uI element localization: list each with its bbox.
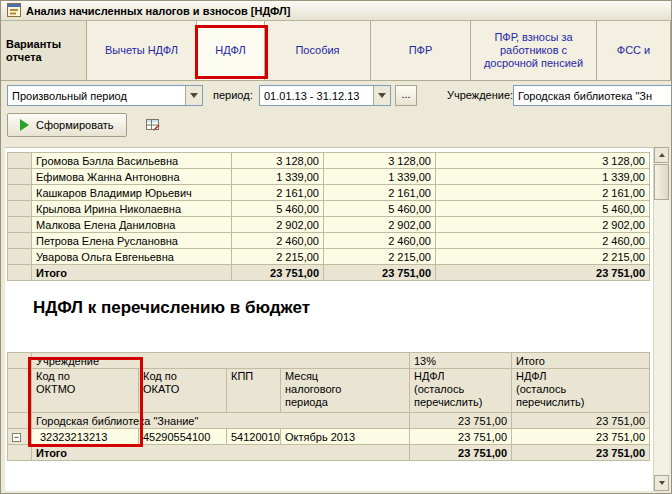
employee-name-cell: Петрова Елена Руслановна [32,233,232,249]
kpp-code-cell: 541200101 [227,429,281,445]
amount-cell: 5 460,00 [232,201,324,217]
column-header-month: Месяц налогового периода [281,369,410,413]
tax-month-cell: Октябрь 2013 [281,429,410,445]
total-label-cell: Итого [32,265,232,281]
total-amount-cell: 23 751,00 [410,445,512,461]
employee-row: Громова Бэлла Васильевна 3 128,00 3 128,… [8,153,650,169]
amount-cell: 2 161,00 [324,185,436,201]
filter-row: Произвольный период период: 01.01.13 - 3… [1,85,671,107]
column-header-okato: Код по ОКАТО [139,369,227,413]
institution-input[interactable]: Городская библиотека "Зн [513,85,672,106]
amount-cell: 23 751,00 [410,413,512,429]
period-mode-select[interactable]: Произвольный период [7,85,203,106]
amount-cell: 2 902,00 [436,217,650,233]
report-spreadsheet: Громова Бэлла Васильевна 3 128,00 3 128,… [5,147,653,491]
institution-group-row: Городская библиотека "Знание" 23 751,00 … [8,413,650,429]
column-header-ndfl-total: НДФЛ (осталось перечислить) [512,369,650,413]
collapse-group-icon[interactable]: − [12,433,21,442]
amount-cell: 2 161,00 [232,185,324,201]
amount-cell: 3 128,00 [232,153,324,169]
report-window: Анализ начисленных налогов и взносов [НД… [0,0,672,494]
row-gutter [8,169,32,185]
column-header-oktmo: Код по ОКТМО [32,369,139,413]
amount-cell: 1 339,00 [232,169,324,185]
employee-name-cell: Уварова Ольга Евгеньевна [32,249,232,265]
report-settings-button[interactable] [143,116,163,136]
tab-pfr[interactable]: ПФР [371,21,471,80]
institution-label: Учреждение: [447,89,513,101]
amount-cell: 1 339,00 [324,169,436,185]
column-header-kpp: КПП [227,369,281,413]
employee-name-cell: Кашкаров Владимир Юрьевич [32,185,232,201]
percent-header-cell: 13% [410,353,512,369]
report-variant-tabs: Варианты отчета Вычеты НДФЛ НДФЛ Пособия… [1,21,671,81]
amount-cell: 2 460,00 [436,233,650,249]
employee-name-cell: Громова Бэлла Васильевна [32,153,232,169]
amount-cell: 3 128,00 [436,153,650,169]
employee-row: Уварова Ольга Евгеньевна 2 215,00 2 215,… [8,249,650,265]
toolbar: Сформировать [1,113,671,141]
employee-amounts-table: Громова Бэлла Васильевна 3 128,00 3 128,… [7,152,650,281]
tab-posobiya[interactable]: Пособия [265,21,371,80]
employee-name-cell: Крылова Ирина Николаевна [32,201,232,217]
report-settings-icon [145,117,161,135]
row-gutter [8,249,32,265]
amount-cell: 2 215,00 [436,249,650,265]
budget-header-row-1: Учреждение 13% Итого [8,353,650,369]
tab-vychety-ndfl[interactable]: Вычеты НДФЛ [87,21,197,80]
scroll-down-icon[interactable] [654,475,669,491]
row-gutter [8,369,32,413]
scroll-up-icon[interactable] [654,147,669,163]
employee-row: Малкова Елена Даниловна 2 902,00 2 902,0… [8,217,650,233]
generate-report-button[interactable]: Сформировать [7,113,127,137]
dropdown-arrow-icon[interactable] [185,86,202,105]
employee-row: Кашкаров Владимир Юрьевич 2 161,00 2 161… [8,185,650,201]
row-gutter [8,353,32,369]
dropdown-arrow-icon[interactable] [373,86,390,105]
row-gutter: − [8,429,32,445]
amount-cell: 3 128,00 [324,153,436,169]
budget-transfer-table: Учреждение 13% Итого Код по ОКТМО Код по… [7,352,650,461]
row-gutter [8,185,32,201]
institution-header-cell: Учреждение [32,353,410,369]
budget-total-row: Итого 23 751,00 23 751,00 [8,445,650,461]
period-label: период: [213,89,253,101]
row-gutter [8,217,32,233]
row-gutter [8,265,32,281]
oktmo-code-cell: 32323213213 [32,429,139,445]
tab-fss[interactable]: ФСС и [597,21,671,80]
budget-detail-row: − 32323213213 45290554100 541200101 Октя… [8,429,650,445]
employee-total-row: Итого 23 751,00 23 751,00 23 751,00 [8,265,650,281]
run-report-icon [20,119,29,131]
row-gutter [8,201,32,217]
column-header-ndfl-13: НДФЛ (осталось перечислить) [410,369,512,413]
total-amount-cell: 23 751,00 [232,265,324,281]
report-window-icon [7,3,21,19]
employee-row: Крылова Ирина Николаевна 5 460,00 5 460,… [8,201,650,217]
period-range-select[interactable]: 01.01.13 - 31.12.13 [259,85,391,106]
institution-value: Городская библиотека "Зн [514,90,672,102]
amount-cell: 1 339,00 [436,169,650,185]
employee-row: Ефимова Жанна Антоновна 1 339,00 1 339,0… [8,169,650,185]
tab-ndfl[interactable]: НДФЛ [197,21,265,80]
amount-cell: 2 460,00 [232,233,324,249]
total-amount-cell: 23 751,00 [512,445,650,461]
tab-pfr-early-pension[interactable]: ПФР, взносы за работников с досрочной пе… [471,21,597,80]
employee-name-cell: Ефимова Жанна Антоновна [32,169,232,185]
amount-cell: 2 902,00 [232,217,324,233]
employee-name-cell: Малкова Елена Даниловна [32,217,232,233]
employee-row: Петрова Елена Руслановна 2 460,00 2 460,… [8,233,650,249]
generate-button-label: Сформировать [36,119,114,131]
amount-cell: 2 460,00 [324,233,436,249]
amount-cell: 2 215,00 [232,249,324,265]
amount-cell: 5 460,00 [436,201,650,217]
scrollbar-thumb[interactable] [654,164,669,200]
period-more-button[interactable]: ... [395,85,417,106]
amount-cell: 23 751,00 [512,413,650,429]
amount-cell: 2 161,00 [436,185,650,201]
amount-cell: 2 215,00 [324,249,436,265]
total-amount-cell: 23 751,00 [436,265,650,281]
vertical-scrollbar[interactable] [653,147,669,491]
row-gutter [8,233,32,249]
row-gutter [8,153,32,169]
